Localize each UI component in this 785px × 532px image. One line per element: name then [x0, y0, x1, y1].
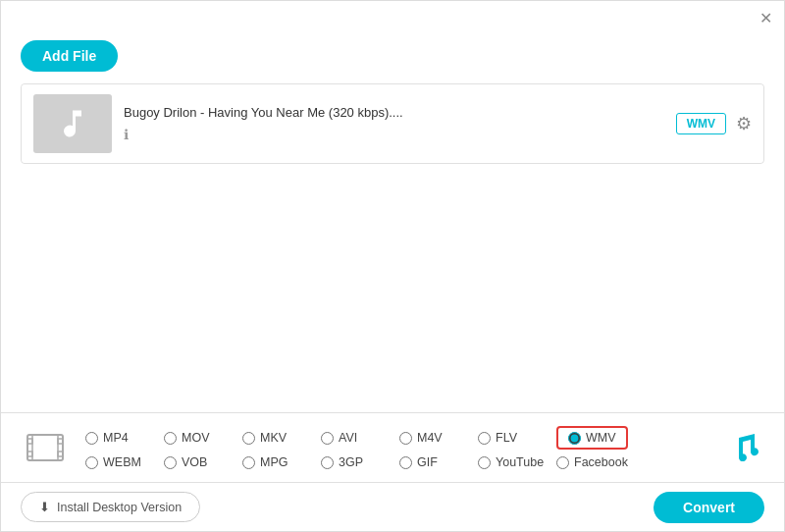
top-bar: Add File — [1, 36, 784, 83]
info-icon[interactable]: ℹ — [124, 127, 129, 142]
formats-container: MP4 MOV MKV AVI M4V FLV WMV — [85, 426, 719, 469]
content-area — [1, 164, 784, 419]
file-thumbnail — [33, 94, 112, 153]
convert-button[interactable]: Convert — [654, 492, 764, 523]
file-item: Bugoy Drilon - Having You Near Me (320 k… — [22, 84, 763, 163]
format-mkv[interactable]: MKV — [242, 426, 321, 450]
music-icon — [55, 106, 90, 141]
format-wmv[interactable]: WMV — [556, 426, 628, 450]
format-vob[interactable]: VOB — [164, 455, 242, 469]
film-icon — [26, 429, 64, 466]
file-list: Bugoy Drilon - Having You Near Me (320 k… — [21, 83, 764, 164]
install-label: Install Desktop Version — [57, 501, 182, 514]
format-mov[interactable]: MOV — [164, 426, 242, 450]
title-bar: ✕ — [1, 1, 784, 36]
settings-icon[interactable]: ⚙ — [736, 113, 752, 134]
format-3gp[interactable]: 3GP — [321, 455, 399, 469]
file-name: Bugoy Drilon - Having You Near Me (320 k… — [124, 105, 664, 120]
format-avi[interactable]: AVI — [321, 426, 399, 450]
format-webm[interactable]: WEBM — [85, 455, 164, 469]
formats-row-2: WEBM VOB MPG 3GP GIF YouTube Facebook — [85, 455, 719, 469]
format-facebook[interactable]: Facebook — [556, 455, 635, 469]
format-badge[interactable]: WMV — [676, 113, 726, 134]
footer: ⬇ Install Desktop Version Convert — [1, 482, 784, 531]
audio-icon — [733, 430, 764, 466]
format-bar: MP4 MOV MKV AVI M4V FLV WMV — [1, 412, 784, 482]
music-note-icon — [733, 430, 764, 461]
download-icon: ⬇ — [39, 500, 50, 514]
file-actions: WMV ⚙ — [676, 113, 752, 134]
format-youtube[interactable]: YouTube — [478, 455, 556, 469]
format-flv[interactable]: FLV — [478, 426, 556, 450]
formats-row-1: MP4 MOV MKV AVI M4V FLV WMV — [85, 426, 719, 450]
file-info: Bugoy Drilon - Having You Near Me (320 k… — [112, 105, 676, 143]
format-mp4[interactable]: MP4 — [85, 426, 164, 450]
close-button[interactable]: ✕ — [759, 11, 772, 27]
format-mpg[interactable]: MPG — [242, 455, 321, 469]
format-video-icon — [21, 423, 70, 472]
format-m4v[interactable]: M4V — [399, 426, 478, 450]
add-file-button[interactable]: Add File — [21, 40, 118, 72]
install-desktop-button[interactable]: ⬇ Install Desktop Version — [21, 492, 200, 522]
format-gif[interactable]: GIF — [399, 455, 478, 469]
